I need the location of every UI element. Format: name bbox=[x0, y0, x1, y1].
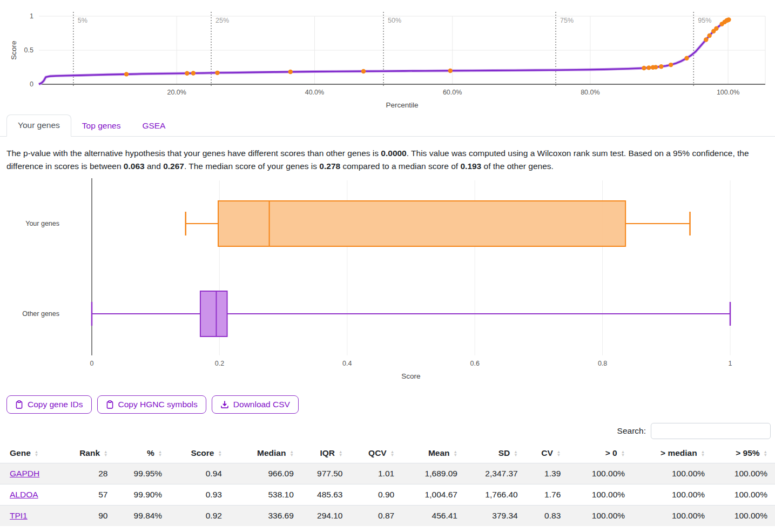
sort-icon: ▲▼ bbox=[514, 450, 517, 457]
column-header-mean[interactable]: Mean▲▼ bbox=[402, 445, 465, 463]
your-gene-point bbox=[669, 63, 673, 67]
tab-top-genes[interactable]: Top genes bbox=[71, 116, 132, 137]
table-cell: 100.00% bbox=[568, 484, 632, 506]
column-header-median[interactable]: Median▲▼ bbox=[230, 445, 301, 463]
table-cell: 100.00% bbox=[568, 506, 632, 527]
tab-your-genes[interactable]: Your genes bbox=[6, 115, 71, 137]
table-cell: 0.93 bbox=[170, 484, 230, 506]
x-tick-label: 40.0% bbox=[305, 89, 324, 96]
table-cell: 336.69 bbox=[230, 506, 301, 527]
summary-value: 0.063 bbox=[124, 161, 145, 171]
summary-fragment: and bbox=[145, 161, 163, 171]
sort-icon: ▲▼ bbox=[557, 450, 561, 457]
table-cell: 966.09 bbox=[230, 463, 301, 484]
button-label: Download CSV bbox=[233, 400, 290, 409]
box-x-axis-title: Score bbox=[401, 372, 420, 380]
column-header-qcv[interactable]: QCV▲▼ bbox=[350, 445, 402, 463]
column-header-0[interactable]: > 0▲▼ bbox=[568, 445, 632, 463]
box-category-label: Other genes bbox=[22, 310, 59, 318]
percentile-rule-label: 50% bbox=[388, 17, 401, 24]
your-gene-point bbox=[191, 71, 196, 75]
download-icon bbox=[220, 400, 229, 409]
table-cell: 100.00% bbox=[712, 484, 775, 506]
x-tick-label: 100.0% bbox=[717, 89, 739, 96]
column-header-label: SD bbox=[498, 448, 510, 457]
table-row-aldoa: ALDOA5799.90%0.93538.10485.630.901,004.6… bbox=[0, 484, 775, 506]
your-gene-point bbox=[215, 71, 219, 75]
table-cell: 294.10 bbox=[301, 506, 351, 527]
sort-icon: ▲▼ bbox=[764, 450, 767, 457]
table-cell: 99.95% bbox=[115, 463, 170, 484]
your-gene-point bbox=[288, 70, 293, 74]
sort-icon: ▲▼ bbox=[454, 450, 457, 457]
table-cell: 485.63 bbox=[301, 484, 351, 506]
column-header-sd[interactable]: SD▲▼ bbox=[465, 445, 525, 463]
summary-value: 0.278 bbox=[319, 161, 340, 171]
sort-icon: ▲▼ bbox=[35, 450, 38, 457]
your-gene-point bbox=[704, 37, 708, 42]
gene-link-aldoa[interactable]: ALDOA bbox=[10, 490, 38, 499]
gene-link-tpi1[interactable]: TPI1 bbox=[10, 511, 28, 520]
table-cell: 100.00% bbox=[712, 506, 775, 527]
table-cell: 90 bbox=[72, 506, 116, 527]
table-row-tpi1: TPI19099.84%0.92336.69294.100.87456.4137… bbox=[0, 506, 775, 527]
table-row-gapdh: GAPDH2899.95%0.94966.09977.501.011,689.0… bbox=[0, 463, 775, 484]
button-label: Copy HGNC symbols bbox=[118, 400, 198, 409]
column-header-label: Rank bbox=[79, 448, 100, 457]
copy-gene-ids-button[interactable]: Copy gene IDs bbox=[6, 395, 92, 414]
genes-table: Gene▲▼Rank▲▼%▲▼Score▲▼Median▲▼IQR▲▼QCV▲▼… bbox=[0, 445, 775, 526]
column-header-label: Score bbox=[191, 448, 214, 457]
x-tick-label: 80.0% bbox=[581, 89, 599, 96]
table-cell: 1.39 bbox=[525, 463, 569, 484]
your-gene-point bbox=[185, 71, 189, 76]
column-header-gene[interactable]: Gene▲▼ bbox=[0, 445, 72, 463]
column-header-median[interactable]: > median▲▼ bbox=[632, 445, 712, 463]
summary-value: 0.193 bbox=[460, 161, 481, 171]
column-header-label: % bbox=[147, 448, 154, 457]
summary-value: 0.0000 bbox=[381, 149, 406, 158]
y-tick-label: 1 bbox=[30, 12, 33, 20]
percentile-rule-label: 75% bbox=[560, 17, 574, 24]
copy-hgnc-symbols-button[interactable]: Copy HGNC symbols bbox=[97, 395, 206, 414]
your-gene-point bbox=[448, 69, 453, 73]
table-cell: 0.83 bbox=[525, 506, 569, 527]
box-other-genes bbox=[92, 291, 730, 336]
column-header-score[interactable]: Score▲▼ bbox=[170, 445, 230, 463]
table-cell: 538.10 bbox=[230, 484, 301, 506]
column-header-cv[interactable]: CV▲▼ bbox=[525, 445, 569, 463]
column-header-label: > median bbox=[661, 448, 697, 457]
iqr-box bbox=[218, 201, 625, 246]
search-input[interactable] bbox=[651, 423, 771, 439]
column-header-[interactable]: %▲▼ bbox=[115, 445, 170, 463]
column-header-95[interactable]: > 95%▲▼ bbox=[712, 445, 775, 463]
tab-bar: Your genesTop genesGSEA bbox=[0, 115, 775, 137]
tab-gsea[interactable]: GSEA bbox=[131, 116, 176, 137]
your-gene-point bbox=[684, 56, 689, 60]
search-row: Search: bbox=[0, 423, 771, 439]
table-cell: 100.00% bbox=[712, 463, 775, 484]
column-header-iqr[interactable]: IQR▲▼ bbox=[301, 445, 351, 463]
download-csv-button[interactable]: Download CSV bbox=[212, 395, 299, 414]
search-label: Search: bbox=[617, 426, 646, 436]
table-cell: 0.94 bbox=[170, 463, 230, 484]
table-cell: 100.00% bbox=[568, 463, 632, 484]
y-tick-label: 0.5 bbox=[24, 46, 33, 54]
column-header-label: Gene bbox=[10, 448, 31, 457]
summary-value: 0.267 bbox=[163, 161, 184, 171]
gene-link-gapdh[interactable]: GAPDH bbox=[10, 469, 39, 478]
score-curve bbox=[39, 19, 730, 84]
summary-text: The p-value with the alternative hypothe… bbox=[6, 147, 769, 173]
box-x-tick-label: 1 bbox=[729, 360, 732, 367]
y-axis-title: Score bbox=[10, 41, 18, 59]
your-gene-point bbox=[659, 64, 663, 69]
your-gene-point bbox=[653, 65, 658, 69]
your-gene-point bbox=[707, 33, 711, 38]
percentile-rule-label: 5% bbox=[78, 17, 87, 24]
your-gene-point bbox=[361, 69, 366, 73]
table-cell: 379.34 bbox=[465, 506, 525, 527]
table-cell: 1.76 bbox=[525, 484, 569, 506]
table-cell: 1.01 bbox=[350, 463, 402, 484]
percentile-score-chart: 20.0%40.0%60.0%80.0%100.0%00.515%25%50%7… bbox=[0, 0, 775, 111]
summary-fragment: The p-value with the alternative hypothe… bbox=[6, 149, 381, 158]
column-header-rank[interactable]: Rank▲▼ bbox=[72, 445, 116, 463]
